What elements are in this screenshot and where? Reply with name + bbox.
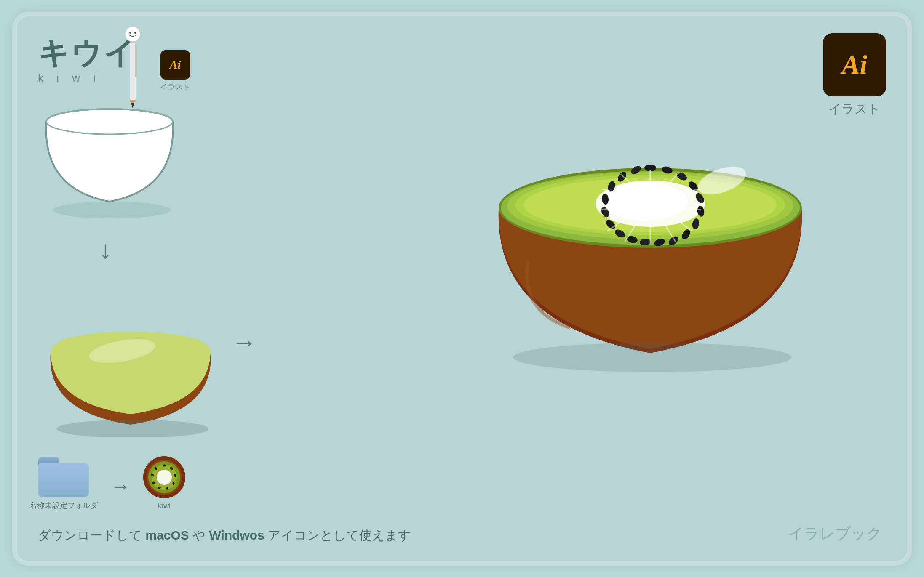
bowl-filled-svg — [29, 261, 232, 437]
folder-area: 名称未設定フォルダ → — [29, 456, 185, 511]
folder-icon — [38, 457, 89, 497]
folder-body — [38, 463, 89, 497]
large-kiwi — [486, 50, 802, 378]
svg-point-1 — [129, 32, 131, 34]
kiwi-file-label: kiwi — [158, 502, 171, 511]
main-card: キウイ k i w i Ai イラスト Ai イラ — [16, 15, 908, 562]
bowl-outline-svg — [29, 71, 190, 227]
svg-point-59 — [157, 470, 172, 485]
arrow-down: ↓ — [99, 235, 112, 264]
svg-point-54 — [513, 343, 791, 372]
svg-point-0 — [125, 27, 140, 42]
svg-point-14 — [57, 420, 208, 437]
bowl-filled — [29, 261, 232, 437]
ai-label-large: イラスト — [828, 101, 881, 118]
ai-icon-large: Ai — [823, 33, 886, 96]
svg-point-11 — [53, 202, 171, 218]
bowl-outline — [29, 71, 190, 227]
folder-item: 名称未設定フォルダ — [29, 457, 98, 511]
large-kiwi-svg — [486, 50, 815, 387]
kiwi-file-icon — [143, 456, 185, 498]
folder-label: 名称未設定フォルダ — [29, 500, 98, 511]
svg-rect-4 — [130, 41, 136, 43]
svg-point-60 — [163, 464, 166, 466]
bottom-text: ダウンロードして macOS や Windwos アイコンとして使えます — [38, 527, 411, 544]
ai-badge-large: Ai イラスト — [823, 33, 886, 118]
svg-point-63 — [173, 482, 175, 485]
svg-point-21 — [604, 183, 688, 221]
svg-point-9 — [47, 110, 172, 133]
svg-point-2 — [134, 32, 136, 34]
arrow-right-mid: → — [232, 328, 257, 357]
kiwi-file-item: kiwi — [143, 456, 185, 511]
brand-text: イラレブック — [788, 524, 882, 544]
kiwi-file-svg — [143, 456, 185, 498]
svg-point-66 — [152, 481, 155, 484]
folder-arrow: → — [110, 475, 131, 498]
